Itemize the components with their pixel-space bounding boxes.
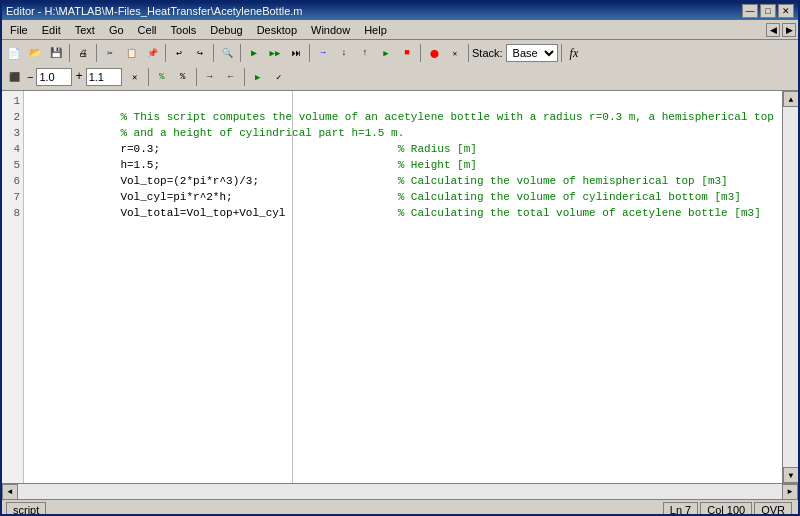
scroll-left-button[interactable]: ◄ [2,484,18,500]
ln-7: 7 [2,189,20,205]
save-button[interactable]: 💾 [46,43,66,63]
indent-button[interactable]: → [200,67,220,87]
column-separator [292,91,293,483]
sep10 [148,68,149,86]
breakpoint-button[interactable]: ⬤ [424,43,444,63]
step-in-button[interactable]: ↓ [334,43,354,63]
fx-button[interactable]: fx [565,44,584,62]
menu-file[interactable]: File [4,21,34,39]
code-editor[interactable]: % This script computes the volume of an … [24,91,782,483]
continue-button[interactable]: ▶ [376,43,396,63]
cell-nav-up-button[interactable]: ⬛ [4,67,24,87]
ovr-indicator: OVR [754,502,792,517]
code-line-3-code: r=0.3; [94,143,398,155]
toolbar-row1: 📄 📂 💾 🖨 ✂ 📋 📌 ↩ [4,42,796,64]
toolbar-row2: ⬛ − + ✕ % % → ← ▶ [4,66,796,88]
scroll-up-button[interactable]: ▲ [783,91,798,107]
sep3 [165,44,166,62]
close-tab-button[interactable]: ✕ [125,67,145,87]
minimize-button[interactable]: — [742,4,758,18]
sep6 [309,44,310,62]
maximize-button[interactable]: □ [760,4,776,18]
plus-label: + [75,70,82,84]
code-line-1-text: % This script computes the volume of an … [94,111,774,123]
title-bar: Editor - H:\MATLAB\M-Files_HeatTransfer\… [2,2,798,20]
print-button[interactable]: 🖨 [73,43,93,63]
code-line-3-comment: % Radius [m] [398,143,477,155]
sep11 [196,68,197,86]
scroll-track[interactable] [783,107,798,467]
vertical-scrollbar: ▲ ▼ [782,91,798,483]
run-section-button[interactable]: ▶▶ [265,43,285,63]
ln-value: 7 [685,504,691,516]
menu-debug[interactable]: Debug [204,21,248,39]
font-size-input1[interactable] [36,68,72,86]
menu-cell[interactable]: Cell [132,21,163,39]
comment-button[interactable]: % [152,67,172,87]
ln-4: 4 [2,141,20,157]
code-line-5-comment: % Calculating the volume of hemispherica… [398,175,728,187]
stop-button[interactable]: ■ [397,43,417,63]
undock-button[interactable]: ◀ [766,23,780,37]
code-line-8-text [94,223,101,235]
menu-bar: File Edit Text Go Cell Tools Debug Deskt… [2,20,798,40]
sep9 [561,44,562,62]
col-value: 100 [727,504,745,516]
open-button[interactable]: 📂 [25,43,45,63]
code-line-7-comment: % Calculating the total volume of acetyl… [398,207,761,219]
sep12 [244,68,245,86]
undo-button[interactable]: ↩ [169,43,189,63]
status-bar: script Ln 7 Col 100 OVR [2,499,798,516]
menu-text[interactable]: Text [69,21,101,39]
menu-help[interactable]: Help [358,21,393,39]
run-button[interactable]: ▶ [244,43,264,63]
title-bar-text: Editor - H:\MATLAB\M-Files_HeatTransfer\… [6,5,302,17]
run-section-tb2-button[interactable]: ▶ [248,67,268,87]
title-bar-buttons: — □ ✕ [742,4,794,18]
menu-go[interactable]: Go [103,21,130,39]
code-line-5-code: Vol_top=(2*pi*r^3)/3; [94,175,398,187]
ln-1: 1 [2,93,20,109]
sep5 [240,44,241,62]
scroll-right-button[interactable]: ► [782,484,798,500]
col-label: Col [707,504,724,516]
hscroll-track[interactable] [18,484,782,499]
menu-desktop[interactable]: Desktop [251,21,303,39]
ln-3: 3 [2,125,20,141]
stack-select[interactable]: Base [506,44,558,62]
ln-6: 6 [2,173,20,189]
new-button[interactable]: 📄 [4,43,24,63]
step-out-button[interactable]: ↑ [355,43,375,63]
menu-tools[interactable]: Tools [165,21,203,39]
menu-edit[interactable]: Edit [36,21,67,39]
copy-button[interactable]: 📋 [121,43,141,63]
mode-text: script [13,504,39,516]
code-line-4-code: h=1.5; [94,159,398,171]
step-button[interactable]: → [313,43,333,63]
ln-5: 5 [2,157,20,173]
clear-breakpoints-button[interactable]: ✕ [445,43,465,63]
ln-label: Ln [670,504,682,516]
outdent-button[interactable]: ← [221,67,241,87]
ln-2: 2 [2,109,20,125]
ovr-text: OVR [761,504,785,516]
close-button[interactable]: ✕ [778,4,794,18]
paste-button[interactable]: 📌 [142,43,162,63]
code-line-4-comment: % Height [m] [398,159,477,171]
scroll-down-button[interactable]: ▼ [783,467,798,483]
font-size-input2[interactable] [86,68,122,86]
float-button[interactable]: ▶ [782,23,796,37]
mode-indicator: script [6,502,46,517]
ln-indicator: Ln 7 [663,502,698,517]
uncomment-button[interactable]: % [173,67,193,87]
ln-8: 8 [2,205,20,221]
code-line-7-code: Vol_total=Vol_top+Vol_cyl [94,207,398,219]
run-to-cursor-button[interactable]: ⏭ [286,43,306,63]
validate-button[interactable]: ✓ [269,67,289,87]
menu-window[interactable]: Window [305,21,356,39]
sep8 [468,44,469,62]
editor-window: Editor - H:\MATLAB\M-Files_HeatTransfer\… [0,0,800,516]
redo-button[interactable]: ↪ [190,43,210,63]
find-button[interactable]: 🔍 [217,43,237,63]
cut-button[interactable]: ✂ [100,43,120,63]
